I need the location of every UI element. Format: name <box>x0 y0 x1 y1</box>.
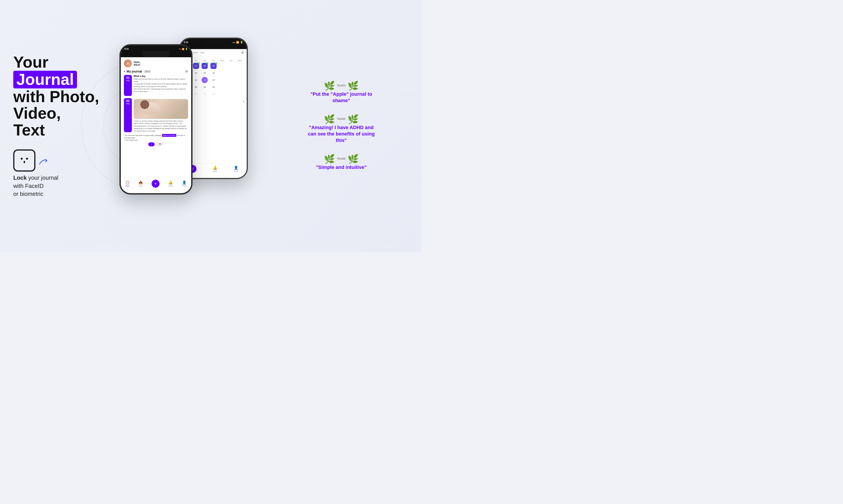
cal-day-empty7 <box>219 77 225 83</box>
cal-day-30[interactable]: 30 <box>210 84 217 90</box>
entry-1-month: May <box>126 79 130 82</box>
cal-day-empty1 <box>219 63 225 69</box>
wifi-icon: 📶 <box>236 41 239 44</box>
cal-day-07[interactable]: 07 <box>193 63 199 69</box>
greeting-hello: Hello, <box>134 61 140 64</box>
cal-day-16[interactable]: 16 <box>210 70 217 76</box>
entry-2-day: 02 <box>125 99 131 103</box>
front-battery-icon: 🔋 <box>185 48 188 50</box>
cal-day-empty12 <box>237 84 243 90</box>
toolbar-pill-calendar[interactable]: 📅 <box>156 142 164 146</box>
review-1-source: Reddit <box>337 84 346 87</box>
entry-2-month: May <box>126 103 130 105</box>
battery-icon: 🔋 <box>240 41 243 44</box>
review-3-text: "Simple and intuitive" <box>316 164 367 170</box>
page-wrapper: Your Journal with Photo, Video, Text <box>0 0 422 252</box>
bottom-entry-text: The work front was quite occupied today.… <box>124 134 188 142</box>
cal-day-empty9 <box>237 77 243 83</box>
back-profile-icon: 👤 <box>234 166 238 170</box>
back-profile-label: Profile <box>234 170 239 172</box>
cal-month-july[interactable]: July <box>200 51 204 54</box>
entry-1-day: 01 <box>125 76 131 79</box>
laurel-right-3: 🌿 <box>348 155 359 163</box>
back-nav-notifs[interactable]: 🔔 Notifs <box>213 166 217 172</box>
cal-day-05[interactable]: 05 <box>202 91 208 97</box>
journal-title-row: ▾ My journal 2024 ⚙ <box>124 70 188 73</box>
back-nav-profile[interactable]: 👤 Profile <box>234 166 239 172</box>
journal-gear-icon[interactable]: ⚙ <box>185 70 188 73</box>
front-nav-add-button[interactable]: + <box>152 180 159 188</box>
cal-day-06b[interactable]: 06 <box>210 91 217 97</box>
faceid-eye-right <box>26 158 28 160</box>
notifs-label: Notifs <box>168 185 173 187</box>
journal-header: A Hello, Alice! <box>124 59 188 68</box>
headline-plain: Your <box>13 53 49 71</box>
cal-day-08[interactable]: 08 <box>202 63 208 69</box>
cal-day-empty15 <box>237 91 243 97</box>
cal-day-14[interactable]: 14 <box>193 70 199 76</box>
review-3: 🌿 Reddit 🌿 "Simple and intuitive" <box>316 155 367 170</box>
review-2-source: Reddit <box>337 117 346 121</box>
cal-day-22[interactable]: 22 <box>202 77 208 83</box>
review-2: 🌿 Reddit 🌿 "Amazing! I have ADHD and can… <box>306 115 377 143</box>
inbox-icon: 📥 <box>138 180 143 184</box>
front-nav-diary[interactable]: 📋 Diary <box>125 180 130 187</box>
laurel-left-1: 🌿 <box>324 82 335 90</box>
cal-day-29[interactable]: 29 <box>202 84 208 90</box>
cal-day-empty13 <box>219 91 225 97</box>
add-icon: + <box>154 181 157 186</box>
cal-day-empty2 <box>228 63 234 69</box>
back-status-time: 9:41 <box>184 41 188 43</box>
phone-front: 9:41 ▪▪▪ 📶 🔋 A Hello, A <box>119 44 192 195</box>
cal-day-21[interactable]: 21 <box>193 77 199 83</box>
inbox-label: Inbox <box>138 185 143 187</box>
front-status-icons: ▪▪▪ 📶 🔋 <box>179 48 188 50</box>
diary-icon: 📋 <box>125 180 130 184</box>
entry-1-title: What a day. <box>134 75 188 77</box>
faceid-section: Lock your journalwith FaceIDor biometric <box>13 149 106 198</box>
cal-day-28[interactable]: 28 <box>193 84 199 90</box>
review-2-text: "Amazing! I have ADHD and can see the be… <box>306 124 377 143</box>
cal-gear-icon[interactable]: ⚙ <box>241 51 244 54</box>
review-3-source: Reddit <box>337 157 346 160</box>
lock-bold: Lock <box>13 175 27 181</box>
front-phone-bottom-nav: 📋 Diary 📥 Inbox + 🔔 Notifs <box>121 178 191 190</box>
front-nav-inbox[interactable]: 📥 Inbox <box>138 180 143 187</box>
cal-day-15[interactable]: 15 <box>202 70 208 76</box>
journal-chevron-icon[interactable]: ▾ <box>124 70 125 73</box>
front-nav-notifs[interactable]: 🔔 Notifs <box>168 180 173 187</box>
laurel-left-2: 🌿 <box>324 115 335 124</box>
left-section: Your Journal with Photo, Video, Text <box>13 54 106 198</box>
faceid-eye-left <box>21 158 22 160</box>
toolbar-pill-list[interactable]: ≡ <box>148 142 155 146</box>
front-status-time: 9:41 <box>124 48 129 50</box>
cal-day-empty4 <box>219 70 225 76</box>
cal-day-empty11 <box>228 84 234 90</box>
entry-2-image <box>134 99 188 119</box>
headline-line2: with Photo, <box>13 88 106 105</box>
review-1-laurel-wrapper: 🌿 Reddit 🌿 <box>324 82 359 90</box>
cal-day-empty6 <box>237 70 243 76</box>
headline-highlight: Journal <box>13 71 77 88</box>
cal-day-23[interactable]: 23 <box>210 77 217 83</box>
cal-day-09[interactable]: 09 <box>210 63 217 69</box>
profile-icon: 👤 <box>182 180 187 184</box>
front-nav-profile[interactable]: 👤 Profile <box>182 180 187 187</box>
headline-line1: Your Journal <box>13 54 106 88</box>
faceid-label: Lock your journalwith FaceIDor biometric <box>13 174 58 198</box>
back-notifs-label: Notifs <box>213 170 217 172</box>
review-1: 🌿 Reddit 🌿 "Put the "Apple" journal to s… <box>306 82 377 104</box>
back-notifs-icon: 🔔 <box>213 166 217 170</box>
entry-2-text: I woke up at 6 am today, feeling relaxed… <box>134 120 188 132</box>
entry-2-date: 02 May <box>124 98 132 132</box>
list-icon: ≡ <box>151 143 152 145</box>
cal-day-04[interactable]: 04 <box>193 91 199 97</box>
laurel-left-3: 🌿 <box>324 155 335 163</box>
signal-icon: ▪▪▪ <box>233 41 235 44</box>
front-wifi-icon: 📶 <box>182 48 184 50</box>
cal-month-june[interactable]: June <box>192 51 198 54</box>
journal-screen: A Hello, Alice! ▾ My journal 2024 ⚙ <box>121 57 191 148</box>
right-section: 🌿 Reddit 🌿 "Put the "Apple" journal to s… <box>265 82 408 170</box>
front-phone-screen: A Hello, Alice! ▾ My journal 2024 ⚙ <box>121 57 191 190</box>
laurel-right-2: 🌿 <box>348 115 359 124</box>
